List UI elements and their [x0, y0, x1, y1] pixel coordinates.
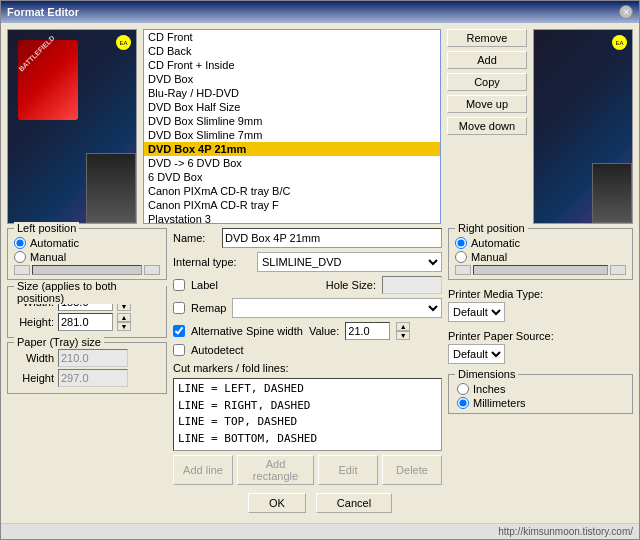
cut-markers-content: LINE = LEFT, DASHED LINE = RIGHT, DASHED… — [173, 378, 442, 451]
printer-media-type-select[interactable]: Default — [448, 302, 505, 322]
list-item[interactable]: CD Front — [144, 30, 440, 44]
paper-height-input — [58, 369, 128, 387]
paper-height-label: Height — [14, 372, 54, 384]
list-item[interactable]: Canon PIXmA CD-R tray B/C — [144, 184, 440, 198]
middle-area: Left position Automatic Manual — [7, 228, 633, 485]
edit-button[interactable]: Edit — [318, 455, 378, 485]
printer-paper-source-select[interactable]: Default — [448, 344, 505, 364]
paper-tray-title: Paper (Tray) size — [14, 336, 104, 348]
window-controls: ✕ — [619, 5, 633, 19]
left-manual-radio[interactable] — [14, 251, 26, 263]
list-item[interactable]: Playstation 3 — [144, 212, 440, 224]
add-button[interactable]: Add — [447, 51, 527, 69]
right-position-title: Right position — [455, 222, 528, 234]
format-list[interactable]: CD Front CD Back CD Front + Inside DVD B… — [143, 29, 441, 224]
height-input[interactable] — [58, 313, 113, 331]
ok-button[interactable]: OK — [248, 493, 306, 513]
remap-label: Remap — [191, 302, 226, 314]
value-spinner: ▲ ▼ — [396, 322, 410, 340]
list-item[interactable]: DVD Box Half Size — [144, 100, 440, 114]
top-area: EA CD Front CD Back CD Front + Inside DV… — [7, 29, 633, 224]
height-down-button[interactable]: ▼ — [117, 322, 131, 331]
right-slider-max — [610, 265, 626, 275]
dimensions-options: Inches Millimeters — [457, 383, 624, 409]
left-slider-min — [14, 265, 30, 275]
delete-button[interactable]: Delete — [382, 455, 442, 485]
list-item[interactable]: CD Front + Inside — [144, 58, 440, 72]
add-rectangle-button[interactable]: Add rectangle — [237, 455, 314, 485]
label-checkbox[interactable] — [173, 279, 185, 291]
list-item[interactable]: DVD -> 6 DVD Box — [144, 156, 440, 170]
remove-button[interactable]: Remove — [447, 29, 527, 47]
right-manual-radio[interactable] — [455, 251, 467, 263]
value-up-button[interactable]: ▲ — [396, 322, 410, 331]
paper-height-row: Height — [14, 369, 160, 387]
url-text: http://kimsunmoon.tistory.com/ — [498, 526, 633, 537]
internal-type-row: Internal type: SLIMLINE_DVD — [173, 252, 442, 272]
list-item-selected[interactable]: DVD Box 4P 21mm — [144, 142, 440, 156]
left-slider[interactable] — [32, 265, 142, 275]
value-input[interactable] — [345, 322, 390, 340]
internal-type-select[interactable]: SLIMLINE_DVD — [257, 252, 442, 272]
list-action-buttons: Remove Add Copy Move up Move down — [447, 29, 527, 224]
inches-row: Inches — [457, 383, 624, 395]
left-panel: Left position Automatic Manual — [7, 228, 167, 485]
spine-row: Alternative Spine width Value: ▲ ▼ — [173, 322, 442, 340]
printer-paper-source-label: Printer Paper Source: — [448, 330, 633, 342]
move-up-button[interactable]: Move up — [447, 95, 527, 113]
right-slider-row — [455, 265, 626, 275]
paper-width-row: Width — [14, 349, 160, 367]
paper-width-input — [58, 349, 128, 367]
size-group: Size (applies to both positions) Width: … — [7, 286, 167, 338]
right-auto-radio[interactable] — [455, 237, 467, 249]
name-label: Name: — [173, 232, 218, 244]
right-cover-image: EA — [533, 29, 633, 224]
left-position-options: Automatic Manual — [14, 237, 160, 263]
hole-size-input — [382, 276, 442, 294]
cut-markers-label: Cut markers / fold lines: — [173, 362, 442, 374]
value-down-button[interactable]: ▼ — [396, 331, 410, 340]
left-slider-max — [144, 265, 160, 275]
move-down-button[interactable]: Move down — [447, 117, 527, 135]
list-item[interactable]: DVD Box Slimline 7mm — [144, 128, 440, 142]
list-item[interactable]: 6 DVD Box — [144, 170, 440, 184]
right-slider[interactable] — [473, 265, 608, 275]
dimensions-title: Dimensions — [455, 368, 518, 380]
left-cover-image: EA — [7, 29, 137, 224]
list-item[interactable]: CD Back — [144, 44, 440, 58]
internal-type-label: Internal type: — [173, 256, 253, 268]
close-button[interactable]: ✕ — [619, 5, 633, 19]
cancel-button[interactable]: Cancel — [316, 493, 392, 513]
remap-select[interactable] — [232, 298, 442, 318]
left-manual-label: Manual — [30, 251, 66, 263]
center-panel: Name: Internal type: SLIMLINE_DVD Label … — [173, 228, 442, 485]
printer-media-section: Printer Media Type: Default — [448, 288, 633, 322]
bottom-buttons: OK Cancel — [7, 489, 633, 517]
left-auto-radio[interactable] — [14, 237, 26, 249]
right-manual-label: Manual — [471, 251, 507, 263]
remap-row: Remap — [173, 298, 442, 318]
name-input[interactable] — [222, 228, 442, 248]
list-item[interactable]: Canon PIXmA CD-R tray F — [144, 198, 440, 212]
paper-width-label: Width — [14, 352, 54, 364]
printer-media-type-label: Printer Media Type: — [448, 288, 633, 300]
height-label: Height: — [14, 316, 54, 328]
copy-button[interactable]: Copy — [447, 73, 527, 91]
millimeters-radio[interactable] — [457, 397, 469, 409]
hole-size-label: Hole Size: — [326, 279, 376, 291]
list-item[interactable]: Blu-Ray / HD-DVD — [144, 86, 440, 100]
add-line-button[interactable]: Add line — [173, 455, 233, 485]
left-position-group: Left position Automatic Manual — [7, 228, 167, 280]
format-editor-window: Format Editor ✕ EA CD Front CD Back CD F… — [0, 0, 640, 540]
window-title: Format Editor — [7, 6, 79, 18]
left-auto-row: Automatic — [14, 237, 160, 249]
inches-radio[interactable] — [457, 383, 469, 395]
remap-checkbox[interactable] — [173, 302, 185, 314]
spine-checkbox[interactable] — [173, 325, 185, 337]
list-item[interactable]: DVD Box — [144, 72, 440, 86]
title-bar: Format Editor ✕ — [1, 1, 639, 23]
list-item[interactable]: DVD Box Slimline 9mm — [144, 114, 440, 128]
autodetect-label: Autodetect — [191, 344, 244, 356]
height-up-button[interactable]: ▲ — [117, 313, 131, 322]
autodetect-checkbox[interactable] — [173, 344, 185, 356]
